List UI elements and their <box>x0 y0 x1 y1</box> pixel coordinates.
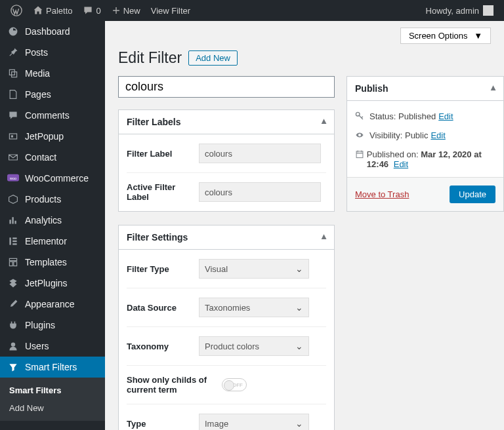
pin-icon <box>7 47 20 58</box>
taxonomy-select[interactable]: Product colors ⌄ <box>199 336 309 356</box>
sidebar-item-label: Smart Filters <box>25 362 77 372</box>
show-childs-toggle[interactable]: OFF <box>222 378 247 391</box>
wp-logo[interactable] <box>5 5 28 16</box>
sidebar-item-jetpopup[interactable]: JetPopup <box>0 126 105 147</box>
screen-options-label: Screen Options <box>409 31 468 41</box>
sidebar-item-pages[interactable]: Pages <box>0 84 105 105</box>
taxonomy-label: Taxonomy <box>127 342 199 351</box>
type-select[interactable]: Image ⌄ <box>199 414 309 430</box>
taxonomy-value: Product colors <box>205 342 259 351</box>
svg-rect-11 <box>356 151 363 158</box>
collapse-icon: ▴ <box>322 115 326 126</box>
active-filter-label-input[interactable] <box>199 182 321 202</box>
chevron-down-icon: ▼ <box>474 31 482 41</box>
move-to-trash-link[interactable]: Move to Trash <box>355 189 409 199</box>
type-label: Type <box>127 419 199 429</box>
chevron-down-icon: ⌄ <box>295 302 303 313</box>
active-filter-label-label: Active Filter Label <box>127 182 199 202</box>
filter-labels-header[interactable]: Filter Labels ▴ <box>119 110 334 134</box>
sidebar-item-comments[interactable]: Comments <box>0 105 105 126</box>
sidebar-item-woocommerce[interactable]: wooWooCommerce <box>0 168 105 189</box>
edit-date-link[interactable]: Edit <box>394 159 408 169</box>
sidebar-item-jetplugins[interactable]: JetPlugins <box>0 273 105 294</box>
publish-header[interactable]: Publish ▴ <box>347 77 503 101</box>
add-new-button[interactable]: Add New <box>188 50 238 66</box>
comments-link[interactable]: 0 <box>77 5 106 16</box>
content-area: Screen Options ▼ Edit Filter Add New Fil… <box>105 21 504 430</box>
key-icon <box>355 111 369 123</box>
sidebar-item-posts[interactable]: Posts <box>0 42 105 63</box>
sidebar-item-label: Plugins <box>25 320 55 330</box>
visibility-label: Visibility: <box>369 130 402 140</box>
publish-title: Publish <box>355 83 388 94</box>
submenu-add-new[interactable]: Add New <box>0 399 105 417</box>
filter-labels-title: Filter Labels <box>127 117 180 127</box>
filter-settings-title: Filter Settings <box>127 232 188 243</box>
publish-actions: Move to Trash Update <box>347 177 503 211</box>
comments-count: 0 <box>96 6 100 16</box>
filter-type-label: Filter Type <box>127 264 199 274</box>
sidebar-item-appearance[interactable]: Appearance <box>0 294 105 315</box>
site-name-link[interactable]: Paletto <box>28 5 77 16</box>
filter-settings-postbox: Filter Settings ▴ Filter Type Visual ⌄ D… <box>118 225 335 430</box>
svg-rect-5 <box>9 237 10 244</box>
sidebar-item-media[interactable]: Media <box>0 63 105 84</box>
data-source-select[interactable]: Taxonomies ⌄ <box>199 298 309 317</box>
chart-icon <box>7 215 20 225</box>
published-label: Published on: <box>367 149 419 159</box>
new-label: New <box>123 6 140 16</box>
site-name-text: Paletto <box>46 6 72 16</box>
edit-visibility-link[interactable]: Edit <box>430 130 445 140</box>
main-column: Filter Labels ▴ Filter Label Active Filt… <box>118 76 335 430</box>
post-title-input[interactable] <box>118 76 335 98</box>
sidebar-item-users[interactable]: Users <box>0 336 105 357</box>
page-icon <box>7 89 20 100</box>
avatar <box>483 5 494 16</box>
update-button[interactable]: Update <box>450 186 495 203</box>
sidebar-item-label: Products <box>25 194 61 205</box>
screen-options-toggle[interactable]: Screen Options ▼ <box>400 28 491 44</box>
account-link[interactable]: Howdy, admin <box>421 5 499 16</box>
submenu-smart-filters[interactable]: Smart Filters <box>0 381 105 399</box>
chevron-down-icon: ⌄ <box>295 341 303 351</box>
sidebar-item-plugins[interactable]: Plugins <box>0 315 105 336</box>
collapse-icon: ▴ <box>322 231 326 241</box>
howdy-text: Howdy, admin <box>426 6 479 16</box>
edit-status-link[interactable]: Edit <box>438 111 453 121</box>
filter-type-select[interactable]: Visual ⌄ <box>199 259 309 279</box>
show-childs-label: Show only childs of current term <box>127 375 222 395</box>
sidebar-item-smart-filters[interactable]: Smart Filters <box>0 357 105 378</box>
sidebar-item-label: Dashboard <box>25 26 70 37</box>
view-label: View Filter <box>151 6 190 16</box>
new-content-link[interactable]: New <box>106 6 146 16</box>
svg-point-0 <box>11 5 22 16</box>
sidebar-item-templates[interactable]: Templates <box>0 252 105 273</box>
sidebar-item-products[interactable]: Products <box>0 189 105 210</box>
sidebar-item-analytics[interactable]: Analytics <box>0 210 105 231</box>
filter-icon <box>7 362 20 372</box>
view-filter-link[interactable]: View Filter <box>146 6 196 16</box>
sidebar-item-elementor[interactable]: Elementor <box>0 231 105 252</box>
calendar-icon <box>355 149 367 161</box>
media-icon <box>7 68 20 79</box>
dashboard-icon <box>7 26 20 37</box>
sidebar-item-contact[interactable]: Contact <box>0 147 105 168</box>
sidebar-item-dashboard[interactable]: Dashboard <box>0 21 105 42</box>
page-heading-row: Edit Filter Add New <box>118 49 491 67</box>
status-value: Published <box>398 111 436 121</box>
data-source-value: Taxonomies <box>205 303 250 313</box>
publish-postbox: Publish ▴ Status: Published Edit <box>346 76 504 212</box>
elementor-icon <box>7 236 20 246</box>
brush-icon <box>7 299 20 309</box>
svg-rect-6 <box>12 237 16 239</box>
sidebar-item-label: Appearance <box>25 299 75 309</box>
filter-label-input[interactable] <box>199 144 321 163</box>
filter-settings-header[interactable]: Filter Settings ▴ <box>119 225 334 250</box>
data-source-label: Data Source <box>127 303 199 313</box>
sidebar-item-label: Contact <box>25 152 56 163</box>
page-title: Edit Filter <box>118 49 182 67</box>
admin-toolbar: Paletto 0 New View Filter Howdy, admin <box>0 0 504 21</box>
sidebar-submenu: Smart Filters Add New <box>0 378 105 421</box>
jet-icon <box>7 278 20 288</box>
published-on-row: Published on: Mar 12, 2020 at 12:46 Edit <box>355 146 495 173</box>
